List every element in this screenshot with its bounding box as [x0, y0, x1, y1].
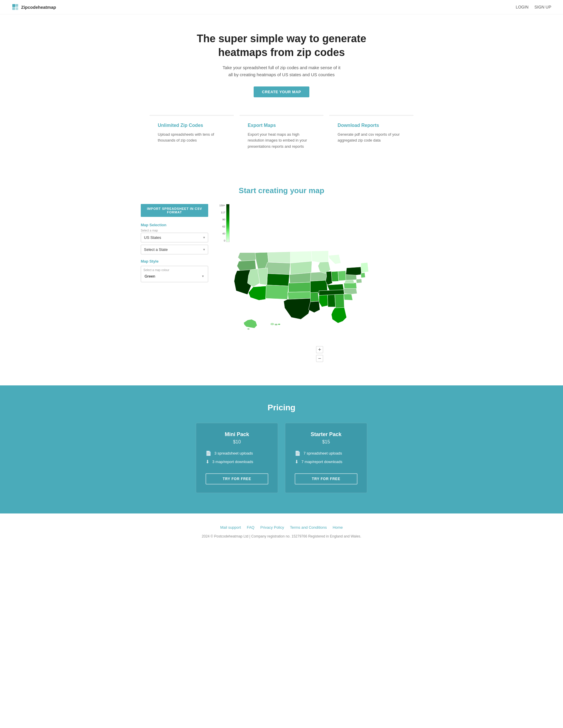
state-nebraska[interactable]	[290, 273, 312, 283]
svg-rect-1	[16, 4, 18, 7]
state-indiana[interactable]	[331, 271, 339, 282]
state-michigan[interactable]	[329, 254, 341, 264]
hero-section: The super simple way to generate heatmap…	[0, 14, 563, 109]
hero-title: The super simple way to generate heatmap…	[193, 32, 370, 59]
footer-mail-support[interactable]: Mail support	[220, 525, 241, 530]
us-map-svg	[217, 245, 370, 340]
map-section-title: Start creating your map	[6, 186, 557, 195]
state-wyoming[interactable]	[265, 262, 291, 274]
starter-pack-cta[interactable]: TRY FOR FREE	[295, 473, 358, 484]
state-oregon[interactable]	[237, 260, 256, 271]
mini-feature-2: ⬇ 3 map/report downloads	[205, 459, 268, 465]
map-controls: IMPORT SPREADSHEET IN CSV FORMAT Map Sel…	[141, 204, 208, 287]
mini-pack-price: $10	[205, 439, 268, 445]
state-arkansas[interactable]	[311, 292, 319, 302]
map-type-select[interactable]: US States US Counties	[141, 233, 208, 242]
state-hawaii-1[interactable]	[270, 323, 274, 325]
mini-pack-name: Mini Pack	[205, 431, 268, 438]
legend-bar	[226, 204, 229, 242]
spreadsheet-icon-starter: 📄	[295, 450, 301, 456]
mini-pack-cta[interactable]: TRY FOR FREE	[205, 473, 268, 484]
state-north-dakota[interactable]	[290, 251, 312, 263]
state-illinois[interactable]	[326, 271, 333, 285]
legend-val-0: 0	[219, 239, 225, 242]
legend-val-2: 62	[219, 225, 225, 228]
starter-feature-2: ⬇ 7 map/report downloads	[295, 459, 358, 465]
state-north-carolina[interactable]	[344, 288, 357, 294]
footer-privacy[interactable]: Privacy Policy	[260, 525, 284, 530]
pricing-card-mini: Mini Pack $10 📄 3 spreadsheet uploads ⬇ …	[196, 423, 278, 493]
colour-select-wrapper: Select a map colour Green Blue Red Orang…	[141, 266, 208, 282]
starter-feature-1-text: 7 spreadsheet uploads	[304, 451, 342, 455]
svg-rect-0	[12, 4, 15, 7]
svg-rect-2	[12, 7, 15, 10]
state-alaska[interactable]	[244, 319, 257, 328]
import-spreadsheet-button[interactable]: IMPORT SPREADSHEET IN CSV FORMAT	[141, 204, 208, 217]
svg-rect-3	[16, 7, 18, 10]
state-new-jersey[interactable]	[361, 273, 365, 278]
state-new-england[interactable]	[361, 263, 369, 273]
state-louisiana[interactable]	[309, 301, 320, 313]
state-washington[interactable]	[238, 253, 257, 261]
legend-val-1: 40	[219, 232, 225, 235]
feature-unlimited-desc: Upload spreadsheets with tens of thousan…	[158, 132, 225, 144]
state-new-york[interactable]	[346, 267, 361, 275]
state-kansas[interactable]	[289, 282, 311, 292]
feature-export-desc: Export your heat maps as high resolution…	[248, 132, 316, 150]
create-map-button[interactable]: CREATE YOUR MAP	[253, 86, 309, 97]
zoom-controls: + −	[217, 346, 422, 362]
state-ohio[interactable]	[338, 271, 346, 281]
state-colorado[interactable]	[267, 273, 290, 286]
nav-login[interactable]: LOGIN	[516, 5, 529, 9]
feature-download-desc: Generate pdf and csv reports of your agg…	[338, 132, 405, 144]
feature-export-title: Export Maps	[248, 123, 316, 128]
footer-terms[interactable]: Terms and Conditions	[290, 525, 327, 530]
starter-feature-2-text: 7 map/report downloads	[302, 460, 342, 464]
logo-icon	[12, 4, 19, 11]
state-minnesota[interactable]	[312, 251, 329, 262]
zoom-out-button[interactable]: −	[316, 355, 323, 362]
state-arizona[interactable]	[248, 286, 266, 300]
state-maryland[interactable]	[356, 279, 362, 283]
state-alabama[interactable]	[328, 295, 336, 307]
colour-select[interactable]: Green Blue Red Orange Purple	[143, 273, 205, 280]
footer-faq[interactable]: FAQ	[247, 525, 254, 530]
state-kentucky[interactable]	[327, 284, 344, 291]
feature-unlimited-zip: Unlimited Zip Codes Upload spreadsheets …	[149, 115, 234, 157]
feature-export-maps: Export Maps Export your heat maps as hig…	[239, 115, 324, 157]
state-select[interactable]: Select a State Alabama Alaska Arizona Ca…	[141, 245, 208, 254]
state-florida[interactable]	[331, 307, 347, 323]
logo[interactable]: Zipcodeheatmap	[12, 4, 56, 11]
state-mississippi[interactable]	[319, 295, 328, 307]
state-virginia[interactable]	[344, 283, 357, 289]
footer: Mail support FAQ Privacy Policy Terms an…	[0, 513, 563, 544]
starter-pack-price: $15	[295, 439, 358, 445]
map-section: Start creating your map IMPORT SPREADSHE…	[0, 174, 563, 385]
state-south-dakota[interactable]	[290, 261, 312, 275]
state-oklahoma[interactable]	[288, 292, 311, 299]
pricing-cards: Mini Pack $10 📄 3 spreadsheet uploads ⬇ …	[176, 423, 387, 493]
footer-home[interactable]: Home	[333, 525, 343, 530]
colour-label: Select a map colour	[143, 268, 205, 272]
nav-signup[interactable]: SIGN UP	[534, 5, 551, 9]
state-new-mexico[interactable]	[266, 285, 289, 299]
mini-feature-1: 📄 3 spreadsheet uploads	[205, 450, 268, 456]
state-texas[interactable]	[284, 298, 312, 319]
mini-feature-1-text: 3 spreadsheet uploads	[214, 451, 253, 455]
legend-val-5: 159+	[219, 204, 225, 207]
pricing-section: Pricing Mini Pack $10 📄 3 spreadsheet up…	[0, 385, 563, 513]
state-hawaii-3	[278, 324, 280, 325]
legend-val-4: 117	[219, 211, 225, 214]
hero-subtitle: Take your spreadsheet full of zip codes …	[220, 64, 343, 78]
zoom-in-button[interactable]: +	[316, 346, 323, 353]
select-map-label: Select a map	[141, 229, 208, 232]
map-legend: 159+ 117 90 62 40 0	[219, 204, 229, 242]
pricing-card-starter: Starter Pack $15 📄 7 spreadsheet uploads…	[285, 423, 367, 493]
state-south-carolina[interactable]	[344, 294, 353, 300]
legend-val-3: 90	[219, 218, 225, 221]
footer-copyright: 2024 © Postcodeheatmap Ltd | Company reg…	[6, 534, 557, 538]
feature-unlimited-title: Unlimited Zip Codes	[158, 123, 225, 128]
state-georgia[interactable]	[335, 294, 345, 308]
logo-text: Zipcodeheatmap	[21, 5, 56, 10]
mini-feature-2-text: 3 map/report downloads	[212, 460, 253, 464]
